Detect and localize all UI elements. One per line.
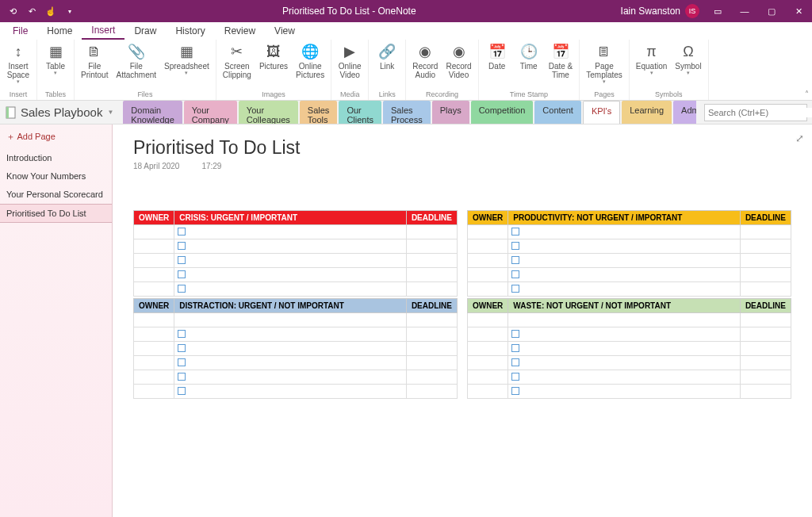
table-row[interactable] [468, 356, 791, 370]
page-date[interactable]: 18 April 2020 [133, 162, 179, 170]
task-cell[interactable] [508, 385, 741, 399]
deadline-cell[interactable] [406, 254, 457, 268]
owner-cell[interactable] [468, 327, 508, 342]
undo-icon[interactable]: ↶ [24, 3, 40, 19]
task-cell[interactable] [174, 268, 407, 282]
task-cell[interactable] [174, 225, 407, 239]
task-cell[interactable] [508, 282, 741, 297]
table-row[interactable] [468, 370, 791, 385]
table-row[interactable] [468, 327, 791, 342]
owner-cell[interactable] [468, 239, 508, 254]
ribbon-page-templates-button[interactable]: 🗏Page Templates▾ [583, 41, 626, 86]
page-item-your-personal-scorecard[interactable]: Your Personal Scorecard [0, 186, 112, 204]
checkbox-icon[interactable] [511, 242, 519, 250]
task-cell[interactable] [174, 370, 407, 385]
checkbox-icon[interactable] [178, 285, 186, 293]
waste-table[interactable]: OWNER WASTE: NOT URGENT / NOT IMPORTANT … [467, 298, 791, 399]
owner-cell[interactable] [134, 342, 174, 356]
task-cell[interactable] [508, 356, 741, 370]
ribbon-record-video-button[interactable]: ◉Record Video [442, 41, 474, 81]
checkbox-icon[interactable] [178, 228, 186, 236]
save-sync-icon[interactable]: ⟲ [5, 3, 21, 19]
checkbox-icon[interactable] [511, 228, 519, 236]
owner-cell[interactable] [468, 282, 508, 297]
ribbon-link-button[interactable]: 🔗Link [372, 41, 402, 72]
page-content[interactable]: ⤢ Prioritised To Do List 18 April 2020 1… [113, 124, 812, 517]
distraction-table[interactable]: OWNER DISTRACTION: URGENT / NOT IMPORTAN… [133, 298, 458, 399]
deadline-cell[interactable] [740, 239, 791, 254]
section-tab-our-clients[interactable]: Our Clients [339, 101, 381, 124]
page-title[interactable]: Prioritised To Do List [133, 137, 791, 159]
menu-file[interactable]: File [3, 23, 37, 39]
section-tab-learning[interactable]: Learning [622, 101, 672, 124]
add-page-button[interactable]: ＋ Add Page [0, 124, 112, 149]
page-item-know-your-numbers[interactable]: Know Your Numbers [0, 167, 112, 186]
checkbox-icon[interactable] [178, 387, 186, 395]
table-row[interactable] [134, 327, 458, 342]
checkbox-icon[interactable] [511, 344, 519, 352]
deadline-cell[interactable] [406, 342, 457, 356]
ribbon-date-&-time-button[interactable]: 📅Date & Time [546, 41, 576, 81]
menu-home[interactable]: Home [37, 23, 82, 39]
ribbon-date-button[interactable]: 📅Date [482, 41, 512, 72]
page-item-introduction[interactable]: Introduction [0, 149, 112, 167]
section-tab-sales-process[interactable]: Sales Process [383, 101, 431, 124]
table-row[interactable] [134, 342, 458, 356]
deadline-cell[interactable] [740, 356, 791, 370]
task-cell[interactable] [174, 342, 407, 356]
menu-insert[interactable]: Insert [82, 22, 124, 40]
productivity-table[interactable]: OWNER PRODUCTIVITY: NOT URGENT / IMPORTA… [467, 210, 791, 297]
table-row[interactable] [134, 282, 458, 297]
menu-draw[interactable]: Draw [124, 23, 166, 39]
deadline-cell[interactable] [740, 370, 791, 385]
search-input[interactable] [705, 108, 812, 117]
checkbox-icon[interactable] [178, 242, 186, 250]
menu-history[interactable]: History [166, 23, 214, 39]
deadline-cell[interactable] [406, 225, 457, 239]
checkbox-icon[interactable] [511, 256, 519, 264]
section-tab-competition[interactable]: Competition [471, 101, 534, 124]
owner-cell[interactable] [468, 254, 508, 268]
checkbox-icon[interactable] [511, 373, 519, 381]
full-page-view-icon[interactable]: ⤢ [795, 132, 804, 144]
task-cell[interactable] [508, 225, 741, 239]
ribbon-file-attachment-button[interactable]: 📎File Attachment [113, 41, 159, 81]
task-cell[interactable] [174, 239, 407, 254]
owner-cell[interactable] [134, 239, 174, 254]
deadline-cell[interactable] [406, 370, 457, 385]
task-cell[interactable] [508, 268, 741, 282]
deadline-cell[interactable] [740, 282, 791, 297]
checkbox-icon[interactable] [511, 285, 519, 293]
task-cell[interactable] [508, 370, 741, 385]
section-tab-kpi-s[interactable]: KPI's [583, 101, 620, 124]
table-row[interactable] [134, 268, 458, 282]
deadline-cell[interactable] [406, 327, 457, 342]
checkbox-icon[interactable] [511, 387, 519, 395]
ribbon-pictures-button[interactable]: 🖼Pictures [256, 41, 291, 72]
section-tab-your-colleagues[interactable]: Your Colleagues [239, 101, 298, 124]
ribbon-online-video-button[interactable]: ▶Online Video [335, 41, 365, 81]
checkbox-icon[interactable] [178, 270, 186, 278]
table-row[interactable] [468, 225, 791, 239]
ribbon-insert-space-button[interactable]: ↕Insert Space▾ [3, 41, 33, 86]
table-row[interactable] [468, 254, 791, 268]
deadline-cell[interactable] [740, 268, 791, 282]
owner-cell[interactable] [134, 356, 174, 370]
owner-cell[interactable] [468, 225, 508, 239]
ribbon-record-audio-button[interactable]: ◉Record Audio [409, 41, 441, 81]
owner-cell[interactable] [468, 385, 508, 399]
checkbox-icon[interactable] [178, 358, 186, 366]
task-cell[interactable] [508, 342, 741, 356]
checkbox-icon[interactable] [178, 344, 186, 352]
table-row[interactable] [468, 268, 791, 282]
ribbon-equation-button[interactable]: πEquation▾ [633, 41, 670, 77]
task-cell[interactable] [174, 282, 407, 297]
crisis-table[interactable]: OWNER CRISIS: URGENT / IMPORTANT DEADLIN… [133, 210, 458, 297]
deadline-cell[interactable] [740, 342, 791, 356]
task-cell[interactable] [174, 254, 407, 268]
ribbon-file-printout-button[interactable]: 🗎File Printout [78, 41, 111, 81]
task-cell[interactable] [174, 356, 407, 370]
checkbox-icon[interactable] [178, 373, 186, 381]
section-tab-plays[interactable]: Plays [432, 101, 469, 124]
ribbon-symbol-button[interactable]: ΩSymbol▾ [672, 41, 704, 77]
